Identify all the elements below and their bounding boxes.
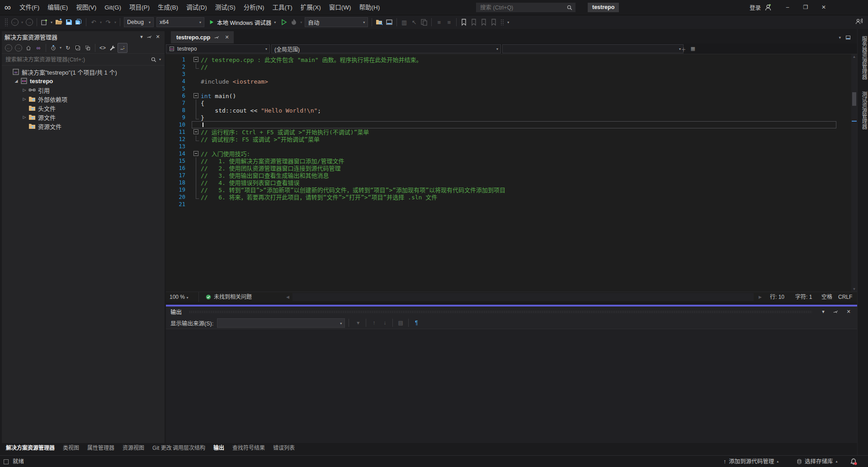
line-number[interactable]: 8 — [166, 107, 192, 114]
line-number[interactable]: 9 — [166, 114, 192, 121]
right-autohide-tab-1[interactable]: 测试资源管理器 — [858, 87, 868, 134]
solution-explorer-search-box[interactable]: ▾ — [2, 54, 165, 66]
menu-item-7[interactable]: 测试(S) — [211, 0, 240, 15]
expander-icon[interactable]: ▷ — [21, 97, 28, 101]
toggle-word-wrap-icon[interactable]: ¶ — [411, 318, 422, 328]
project-dropdown[interactable]: testrepo ▾ — [166, 44, 270, 53]
output-source-dropdown[interactable]: ▾ — [217, 318, 345, 328]
toolbar-grip[interactable] — [5, 18, 8, 26]
expander-icon[interactable]: ◢ — [13, 79, 20, 83]
pending-changes-filter-icon[interactable] — [48, 43, 58, 53]
nav-forward-icon[interactable]: → — [24, 17, 34, 28]
spaces-indicator[interactable]: 空格 — [821, 292, 832, 302]
fold-margin[interactable] — [192, 157, 201, 165]
new-project-icon[interactable] — [39, 17, 49, 28]
line-number[interactable]: 5 — [166, 85, 192, 92]
horizontal-scrollbar[interactable] — [292, 293, 754, 301]
clear-bookmarks-icon[interactable] — [489, 17, 499, 28]
fold-margin[interactable] — [192, 186, 201, 193]
start-without-debugging-icon[interactable] — [279, 17, 289, 28]
menu-item-10[interactable]: 扩展(X) — [297, 0, 325, 15]
debug-target-dropdown[interactable]: 自动▾ — [305, 17, 368, 27]
line-number[interactable]: 3 — [166, 71, 192, 78]
line-number[interactable]: 21 — [166, 201, 192, 208]
column-indicator[interactable]: 字符: 1 — [795, 292, 812, 302]
find-in-files-icon[interactable] — [374, 17, 384, 28]
line-number[interactable]: 16 — [166, 165, 192, 172]
pin-icon[interactable] — [832, 309, 840, 315]
line-number[interactable]: 18 — [166, 179, 192, 186]
fold-margin[interactable] — [192, 193, 201, 201]
bottom-tab-3[interactable]: 错误列表 — [269, 443, 299, 453]
line-number[interactable]: 1 — [166, 56, 192, 63]
view-code-icon[interactable]: <> — [98, 43, 108, 53]
chevron-down-icon[interactable]: ▾ — [49, 20, 54, 24]
left-tab-2[interactable]: 属性管理器 — [83, 443, 118, 453]
fold-margin[interactable] — [192, 85, 201, 92]
add-to-source-control-button[interactable]: ↑ 添加到源代码管理 ▴ — [723, 456, 778, 467]
save-all-icon[interactable] — [74, 17, 84, 28]
goto-prev-message-icon[interactable]: ↑ — [368, 318, 379, 328]
fold-margin[interactable] — [192, 128, 201, 136]
close-button[interactable]: ✕ — [815, 0, 833, 15]
toolbar-overflow-button[interactable]: ▾ — [499, 17, 510, 28]
fold-margin[interactable] — [192, 179, 201, 186]
chevron-down-icon[interactable]: ▾ — [159, 57, 161, 61]
zoom-dropdown[interactable]: 100 % ▾ — [170, 292, 188, 302]
scroll-down-icon[interactable]: ▼ — [851, 287, 857, 291]
add-view-icon[interactable]: ＋ — [681, 46, 686, 53]
menu-item-1[interactable]: 编辑(E) — [43, 0, 72, 15]
left-tab-1[interactable]: 类视图 — [59, 443, 83, 453]
scrollbar-thumb[interactable] — [852, 92, 856, 106]
tree-item-5[interactable]: ▷源文件 — [2, 113, 165, 122]
code-editor[interactable]: 1// testrepo.cpp : 此文件包含 "main" 函数。程序执行将… — [166, 54, 857, 292]
goto-message-icon[interactable]: ▾ — [353, 318, 363, 328]
toggle-bookmark-icon[interactable] — [459, 17, 469, 28]
tree-item-3[interactable]: ▷外部依赖项 — [2, 94, 165, 104]
menu-item-6[interactable]: 调试(D) — [182, 0, 211, 15]
fold-margin[interactable] — [192, 201, 201, 208]
scope-dropdown[interactable]: (全局范围) ▾ — [271, 44, 501, 53]
caret-down-icon[interactable]: ▾ — [137, 34, 146, 40]
menu-item-5[interactable]: 生成(B) — [154, 0, 182, 15]
fold-collapse-icon[interactable] — [193, 57, 198, 62]
menu-item-9[interactable]: 工具(T) — [269, 0, 297, 15]
scroll-left-icon[interactable]: ◀ — [286, 292, 289, 302]
solution-configuration-dropdown[interactable]: Debug▾ — [124, 17, 154, 27]
line-number[interactable]: 17 — [166, 172, 192, 179]
solution-platform-dropdown[interactable]: x64▾ — [156, 17, 204, 27]
left-tab-3[interactable]: 资源视图 — [118, 443, 148, 453]
fold-margin[interactable] — [192, 172, 201, 179]
fold-margin[interactable] — [192, 56, 201, 63]
pin-icon[interactable] — [146, 33, 154, 39]
undo-icon[interactable]: ↶ — [89, 17, 99, 28]
show-all-files-icon[interactable] — [83, 43, 93, 53]
code-health-indicator[interactable]: 未找到相关问题 — [206, 292, 252, 302]
fold-collapse-icon[interactable] — [193, 129, 198, 134]
prev-bookmark-icon[interactable] — [469, 17, 479, 28]
pin-icon[interactable] — [214, 34, 220, 40]
expander-icon[interactable]: ▷ — [21, 115, 28, 119]
line-number[interactable]: 4 — [166, 78, 192, 85]
background-tasks-icon[interactable] — [4, 456, 9, 467]
caret-down-icon[interactable]: ▾ — [819, 309, 827, 315]
menu-item-3[interactable]: Git(G) — [100, 0, 125, 15]
preview-selected-items-icon[interactable] — [118, 43, 127, 53]
refresh-icon[interactable]: ↻ — [63, 43, 73, 53]
line-number[interactable]: 2 — [166, 63, 192, 71]
chevron-down-icon[interactable]: ▾ — [58, 46, 63, 50]
forward-icon[interactable]: → — [14, 43, 24, 53]
fold-margin[interactable] — [192, 107, 201, 114]
close-icon[interactable]: ✕ — [154, 34, 162, 40]
collapse-all-icon[interactable] — [73, 43, 83, 53]
menu-item-8[interactable]: 分析(N) — [240, 0, 269, 15]
fold-margin[interactable] — [192, 71, 201, 78]
hot-reload-icon[interactable] — [289, 17, 299, 28]
save-icon[interactable] — [64, 17, 74, 28]
notifications-bell-icon[interactable] — [850, 456, 857, 467]
member-dropdown[interactable]: ▾ — [502, 44, 684, 53]
fold-margin[interactable] — [192, 143, 201, 150]
fold-margin[interactable] — [192, 122, 201, 128]
tree-item-1[interactable]: ◢testrepo — [2, 76, 165, 85]
tree-item-6[interactable]: 资源文件 — [2, 122, 165, 131]
